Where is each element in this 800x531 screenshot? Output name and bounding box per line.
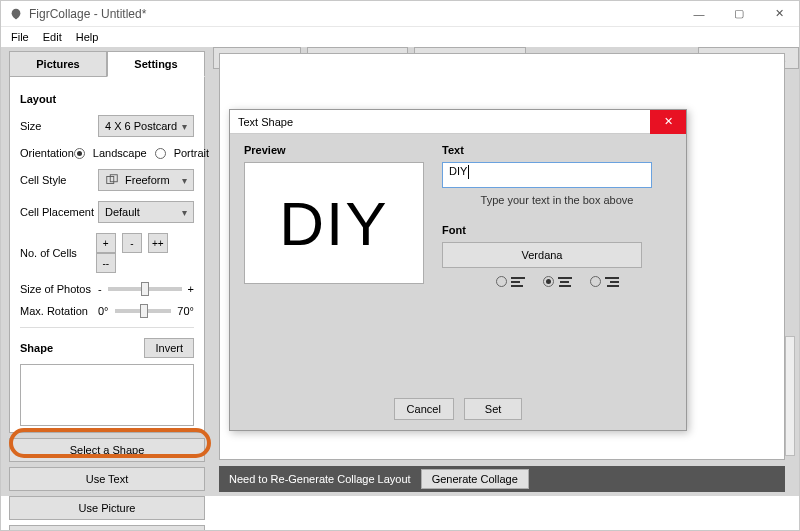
window-title: FigrCollage - Untitled* xyxy=(29,7,146,21)
tab-pictures[interactable]: Pictures xyxy=(9,51,107,77)
cells-minusminus-button[interactable]: -- xyxy=(96,253,116,273)
use-picture-button[interactable]: Use Picture xyxy=(9,496,205,520)
align-right-radio[interactable] xyxy=(590,276,601,287)
size-photos-max: + xyxy=(188,283,194,295)
preview-box: DIY xyxy=(244,162,424,284)
align-center-icon xyxy=(558,277,572,287)
shape-preview xyxy=(20,364,194,426)
status-generate-button[interactable]: Generate Collage xyxy=(421,469,529,489)
cell-style-label: Cell Style xyxy=(20,174,98,186)
cell-style-select[interactable]: Freeform ▾ xyxy=(98,169,194,191)
menu-file[interactable]: File xyxy=(5,29,35,45)
align-left-icon xyxy=(511,277,525,287)
size-select[interactable]: 4 X 6 Postcard ▾ xyxy=(98,115,194,137)
rotation-slider[interactable] xyxy=(115,309,172,313)
size-photos-label: Size of Photos xyxy=(20,283,98,295)
cell-style-value: Freeform xyxy=(125,174,170,186)
chevron-down-icon: ▾ xyxy=(182,121,187,132)
align-right-icon xyxy=(605,277,619,287)
maximize-button[interactable]: ▢ xyxy=(719,1,759,27)
tab-settings[interactable]: Settings xyxy=(107,51,205,77)
cells-plusplus-button[interactable]: ++ xyxy=(148,233,168,253)
menu-help[interactable]: Help xyxy=(70,29,105,45)
chevron-down-icon: ▾ xyxy=(182,175,187,186)
size-label: Size xyxy=(20,120,98,132)
dialog-title: Text Shape xyxy=(238,116,293,128)
radio-portrait[interactable] xyxy=(155,148,166,159)
use-text-button[interactable]: Use Text xyxy=(9,467,205,491)
font-label: Font xyxy=(442,224,672,236)
cell-placement-value: Default xyxy=(105,206,140,218)
titlebar: FigrCollage - Untitled* — ▢ ✕ xyxy=(1,1,799,27)
cell-placement-select[interactable]: Default ▾ xyxy=(98,201,194,223)
orientation-label: Orientation xyxy=(20,147,74,159)
orientation-portrait-label: Portrait xyxy=(174,147,209,159)
layout-section-title: Layout xyxy=(20,93,194,105)
dialog-cancel-button[interactable]: Cancel xyxy=(394,398,454,420)
freeform-icon xyxy=(105,173,119,187)
slider-thumb[interactable] xyxy=(141,282,149,296)
slider-thumb[interactable] xyxy=(140,304,148,318)
app-icon xyxy=(9,7,23,21)
size-photos-min: - xyxy=(98,283,102,295)
max-rotation-label: Max. Rotation xyxy=(20,305,98,317)
cells-minus-button[interactable]: - xyxy=(122,233,142,253)
font-select-button[interactable]: Verdana xyxy=(442,242,642,268)
invert-button[interactable]: Invert xyxy=(144,338,194,358)
rotation-max: 70° xyxy=(177,305,194,317)
dialog-set-button[interactable]: Set xyxy=(464,398,523,420)
cells-plus-button[interactable]: + xyxy=(96,233,116,253)
draw-edit-shape-button[interactable]: Draw or Edit Shape xyxy=(9,525,205,531)
status-message: Need to Re-Generate Collage Layout xyxy=(229,473,411,485)
menu-edit[interactable]: Edit xyxy=(37,29,68,45)
radio-landscape[interactable] xyxy=(74,148,85,159)
menubar: File Edit Help xyxy=(1,27,799,47)
rotation-min: 0° xyxy=(98,305,109,317)
size-photos-slider[interactable] xyxy=(108,287,182,291)
text-hint: Type your text in the box above xyxy=(442,194,672,206)
sidebar: Pictures Settings Layout Size 4 X 6 Post… xyxy=(1,47,213,496)
preview-text: DIY xyxy=(279,188,388,259)
chevron-down-icon: ▾ xyxy=(182,207,187,218)
zoom-slider[interactable] xyxy=(785,336,795,456)
text-field-label: Text xyxy=(442,144,672,156)
align-center-radio[interactable] xyxy=(543,276,554,287)
dialog-close-button[interactable]: ✕ xyxy=(650,110,686,134)
align-left-radio[interactable] xyxy=(496,276,507,287)
orientation-landscape-label: Landscape xyxy=(93,147,147,159)
shape-section-title: Shape xyxy=(20,342,53,354)
text-shape-dialog: Text Shape ✕ Preview DIY Text DIY Type y… xyxy=(229,109,687,431)
minimize-button[interactable]: — xyxy=(679,1,719,27)
text-input[interactable]: DIY xyxy=(442,162,652,188)
size-value: 4 X 6 Postcard xyxy=(105,120,177,132)
cell-placement-label: Cell Placement xyxy=(20,206,98,218)
text-input-value: DIY xyxy=(449,165,467,177)
no-cells-label: No. of Cells xyxy=(20,247,96,259)
preview-label: Preview xyxy=(244,144,424,156)
select-shape-button[interactable]: Select a Shape xyxy=(9,438,205,462)
status-bar: Need to Re-Generate Collage Layout Gener… xyxy=(219,466,785,492)
close-button[interactable]: ✕ xyxy=(759,1,799,27)
